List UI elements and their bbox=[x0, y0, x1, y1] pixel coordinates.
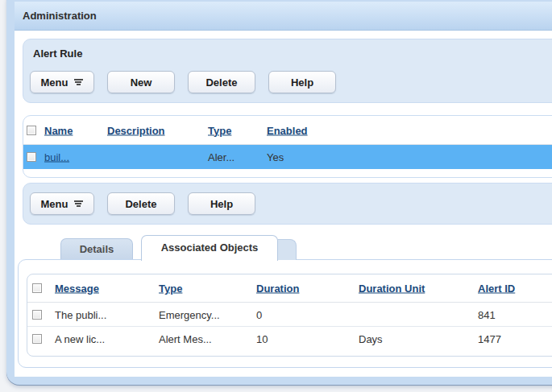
detail-help-button-label: Help bbox=[210, 198, 233, 210]
object-message: A new lic... bbox=[55, 332, 105, 345]
row-checkbox[interactable] bbox=[32, 310, 42, 320]
object-duration-unit: Days bbox=[359, 332, 383, 345]
new-button-label: New bbox=[131, 76, 152, 89]
alert-rule-toolbar: Menu New Delete Help bbox=[30, 71, 349, 93]
detail-menu-button-label: Menu bbox=[41, 198, 68, 210]
help-button[interactable]: Help bbox=[268, 71, 336, 93]
object-type: Emergency... bbox=[159, 308, 220, 320]
column-header-description[interactable]: Description bbox=[107, 124, 165, 136]
object-duration: 10 bbox=[256, 332, 268, 345]
tab-details[interactable]: Details bbox=[60, 238, 133, 259]
detail-menu-button[interactable]: Menu bbox=[30, 192, 94, 215]
column-header-duration[interactable]: Duration bbox=[256, 283, 299, 295]
table-row[interactable]: buil... Aler... Yes bbox=[23, 145, 552, 169]
tab-associated-objects[interactable]: Associated Objects bbox=[141, 235, 278, 261]
menu-button[interactable]: Menu bbox=[30, 71, 94, 93]
select-all-checkbox[interactable] bbox=[27, 126, 36, 135]
detail-delete-button[interactable]: Delete bbox=[107, 192, 175, 215]
object-message: The publi... bbox=[55, 308, 106, 320]
page-title: Administration bbox=[15, 2, 552, 31]
menu-dropdown-icon bbox=[73, 78, 83, 86]
column-header-message[interactable]: Message bbox=[55, 283, 99, 295]
column-header-duration-unit[interactable]: Duration Unit bbox=[359, 283, 425, 295]
table-row[interactable]: The publi... Emergency... 0 841 bbox=[27, 303, 552, 327]
detail-toolbar-panel: Menu Delete Help bbox=[23, 183, 552, 225]
menu-button-label: Menu bbox=[41, 76, 68, 89]
column-header-enabled[interactable]: Enabled bbox=[267, 124, 308, 136]
alert-rule-type: Aler... bbox=[208, 151, 234, 163]
table-row[interactable]: A new lic... Alert Mes... 10 Days 1477 bbox=[27, 327, 552, 350]
column-header-type[interactable]: Type bbox=[208, 124, 231, 136]
object-type: Alert Mes... bbox=[159, 332, 212, 345]
alert-rules-table: Name Description Type Enabled buil... Al… bbox=[23, 115, 552, 178]
alert-rules-header-row: Name Description Type Enabled bbox=[23, 116, 552, 145]
delete-button[interactable]: Delete bbox=[188, 71, 255, 93]
alert-rule-title: Alert Rule bbox=[33, 47, 82, 60]
associated-objects-table: Message Type Duration Duration Unit Aler… bbox=[27, 274, 552, 357]
row-checkbox[interactable] bbox=[27, 152, 36, 162]
column-header-type[interactable]: Type bbox=[159, 283, 182, 295]
delete-button-label: Delete bbox=[205, 76, 237, 89]
alert-rule-panel: Alert Rule Menu New Delete Help bbox=[23, 39, 552, 103]
column-header-alert-id[interactable]: Alert ID bbox=[478, 283, 515, 295]
table-bottom-spacer bbox=[27, 350, 552, 356]
row-checkbox[interactable] bbox=[32, 334, 42, 344]
detail-toolbar: Menu Delete Help bbox=[30, 192, 268, 215]
object-alert-id: 841 bbox=[478, 308, 496, 320]
table-bottom-spacer bbox=[23, 169, 552, 177]
administration-screen: Administration Alert Rule Menu New Delet… bbox=[0, 0, 552, 392]
help-button-label: Help bbox=[291, 76, 313, 89]
new-button[interactable]: New bbox=[107, 71, 175, 93]
object-duration: 0 bbox=[256, 308, 262, 320]
column-header-name[interactable]: Name bbox=[44, 124, 73, 136]
associated-objects-header-row: Message Type Duration Duration Unit Aler… bbox=[27, 274, 552, 303]
detail-delete-button-label: Delete bbox=[125, 198, 156, 210]
object-alert-id: 1477 bbox=[478, 332, 501, 345]
detail-help-button[interactable]: Help bbox=[188, 192, 255, 215]
menu-dropdown-icon bbox=[73, 200, 83, 208]
select-all-checkbox[interactable] bbox=[32, 283, 42, 293]
alert-rule-enabled: Yes bbox=[267, 151, 284, 163]
alert-rule-name-link[interactable]: buil... bbox=[44, 151, 69, 163]
